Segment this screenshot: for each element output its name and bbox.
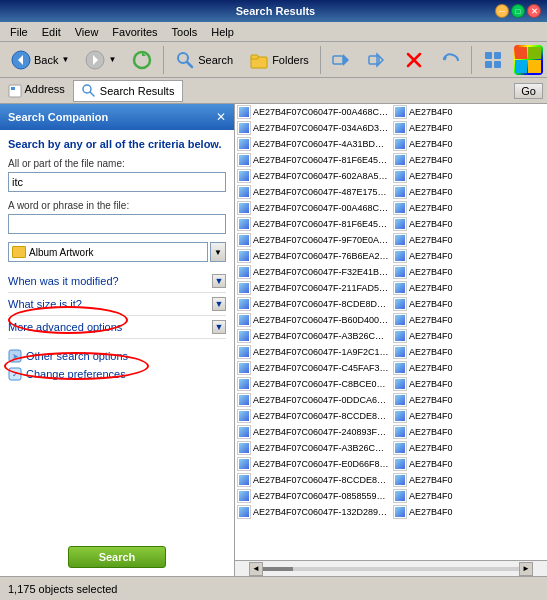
list-item[interactable]: AE27B4F0 [391, 248, 547, 264]
copy-button[interactable] [361, 45, 395, 75]
search-panel-title: Search Companion [8, 111, 108, 123]
search-description: Search by any or all of the criteria bel… [8, 138, 226, 150]
list-item[interactable]: AE27B4F07C06047F-085855986FD22560.itc [235, 488, 391, 504]
scroll-right-button[interactable]: ► [519, 562, 533, 576]
list-item[interactable]: AE27B4F07C06047F-8CDE8D23E80F30.itc [235, 296, 391, 312]
menu-edit[interactable]: Edit [36, 24, 67, 40]
menu-favorites[interactable]: Favorites [106, 24, 163, 40]
list-item[interactable]: AE27B4F07C06047F-1A9F2C1D6CAE9640.itc [235, 344, 391, 360]
list-item[interactable]: AE27B4F0 [391, 360, 547, 376]
toolbar-separator-1 [163, 46, 164, 74]
menu-tools[interactable]: Tools [166, 24, 204, 40]
option-when-modified[interactable]: When was it modified? ▼ [8, 270, 226, 293]
list-item[interactable]: AE27B4F07C06047F-C45FAF315031AB40.itc [235, 360, 391, 376]
window-title: Search Results [56, 5, 495, 17]
list-item[interactable]: AE27B4F07C06047F-81F6E4564B707510.itc [235, 216, 391, 232]
list-item[interactable]: AE27B4F07C06047F-211FAD50F69FF830.itc [235, 280, 391, 296]
option-advanced[interactable]: More advanced options ▼ [8, 316, 226, 339]
forward-button[interactable]: ▼ [78, 45, 123, 75]
scrollbar-horizontal[interactable]: ◄ ► [235, 560, 547, 576]
list-item[interactable]: AE27B4F07C06047F-240893F2DFC21350.itc [235, 424, 391, 440]
list-item[interactable]: AE27B4F0 [391, 296, 547, 312]
list-item[interactable]: AE27B4F0 [391, 152, 547, 168]
folder-select-dropdown[interactable]: ▼ [210, 242, 226, 262]
option-what-size[interactable]: What size is it? ▼ [8, 293, 226, 316]
list-item[interactable]: AE27B4F07C06047F-8CCDE8D23E80C160.itc [235, 472, 391, 488]
list-item[interactable]: AE27B4F0 [391, 312, 547, 328]
scrollbar-thumb[interactable] [263, 567, 293, 571]
list-item[interactable]: AE27B4F0 [391, 504, 547, 520]
close-panel-button[interactable]: ✕ [216, 110, 226, 124]
delete-button[interactable] [397, 45, 431, 75]
list-item[interactable]: AE27B4F07C06047F-00A468C3C39B7110.itc [235, 200, 391, 216]
svg-rect-21 [9, 85, 21, 97]
list-item[interactable]: AE27B4F0 [391, 456, 547, 472]
change-preferences-link[interactable]: ✓ Change preferences [8, 365, 226, 383]
filename-input[interactable] [8, 172, 226, 192]
search-button[interactable]: Search [168, 45, 240, 75]
go-button[interactable]: Go [514, 83, 543, 99]
menu-view[interactable]: View [69, 24, 105, 40]
list-item[interactable]: AE27B4F07C06047F-034A6D31155B4100.itc [235, 120, 391, 136]
menu-help[interactable]: Help [205, 24, 240, 40]
list-item[interactable]: AE27B4F0 [391, 328, 547, 344]
list-item[interactable]: AE27B4F0 [391, 168, 547, 184]
list-item[interactable]: AE27B4F07C06047F-76B6EA2110866C10.itc [235, 248, 391, 264]
list-item[interactable]: AE27B4F0 [391, 120, 547, 136]
list-item[interactable]: AE27B4F07C06047F-E0D66F8E2D47C450.itc [235, 456, 391, 472]
list-item[interactable]: AE27B4F0 [391, 440, 547, 456]
folder-select[interactable]: Album Artwork [8, 242, 208, 262]
list-item[interactable]: AE27B4F07C06047F-F32E41B5F046A730.itc [235, 264, 391, 280]
list-item[interactable]: AE27B4F07C06047F-9F70E0AE5BC7D810.itc [235, 232, 391, 248]
file-list-scroll[interactable]: AE27B4F07C06047F-00A468C3C39B7100.itcAE2… [235, 104, 547, 560]
search-action-button[interactable]: Search [68, 546, 167, 568]
list-item[interactable]: AE27B4F07C06047F-602A8A5D38CCA600.itc [235, 168, 391, 184]
list-item[interactable]: AE27B4F0 [391, 392, 547, 408]
folders-button[interactable]: Folders [242, 45, 316, 75]
list-item[interactable]: AE27B4F07C06047F-8CCDE8D23E80C250.itc [235, 408, 391, 424]
list-item[interactable]: AE27B4F07C06047F-A3B26C3106CA5350.itc [235, 440, 391, 456]
address-tab[interactable]: Search Results [73, 80, 184, 102]
list-item[interactable]: AE27B4F0 [391, 424, 547, 440]
list-item[interactable]: AE27B4F0 [391, 472, 547, 488]
list-item[interactable]: AE27B4F07C06047F-81F6E4564B707510.itc [235, 152, 391, 168]
svg-marker-11 [343, 54, 349, 66]
scroll-left-button[interactable]: ◄ [249, 562, 263, 576]
list-item[interactable]: AE27B4F0 [391, 376, 547, 392]
list-item[interactable]: AE27B4F07C06047F-B60D40080F1D2240.itc [235, 312, 391, 328]
list-item[interactable]: AE27B4F07C06047F-00A468C3C39B7100.itc [235, 104, 391, 120]
other-search-options-link[interactable]: ➤ Other search options [8, 347, 226, 365]
list-item[interactable]: AE27B4F0 [391, 216, 547, 232]
list-item[interactable]: AE27B4F07C06047F-0DDCA65A3D594050.itc [235, 392, 391, 408]
minimize-button[interactable]: ─ [495, 4, 509, 18]
maximize-button[interactable]: □ [511, 4, 525, 18]
list-item[interactable]: AE27B4F0 [391, 232, 547, 248]
list-item[interactable]: AE27B4F0 [391, 488, 547, 504]
back-label: Back [34, 54, 58, 66]
list-item[interactable]: AE27B4F07C06047F-4A31BD4E492FD100.itc [235, 136, 391, 152]
list-item[interactable]: AE27B4F0 [391, 264, 547, 280]
list-item[interactable]: AE27B4F07C06047F-A3B26C3106CA5340.itc [235, 328, 391, 344]
undo-button[interactable] [433, 45, 467, 75]
scrollbar-track[interactable] [263, 567, 519, 571]
list-item[interactable]: AE27B4F07C06047F-C8BCE0FAF39EAF40.itc [235, 376, 391, 392]
menu-file[interactable]: File [4, 24, 34, 40]
list-item[interactable]: AE27B4F07C06047F-487E175EE75B2C00.itc [235, 184, 391, 200]
move-button[interactable] [325, 45, 359, 75]
list-item[interactable]: AE27B4F0 [391, 280, 547, 296]
list-item[interactable]: AE27B4F0 [391, 344, 547, 360]
list-item[interactable]: AE27B4F07C06047F-132D2899D3939560.itc [235, 504, 391, 520]
list-item[interactable]: AE27B4F0 [391, 104, 547, 120]
close-button[interactable]: ✕ [527, 4, 541, 18]
phrase-input[interactable] [8, 214, 226, 234]
view-button[interactable] [476, 45, 510, 75]
back-button[interactable]: Back ▼ [4, 45, 76, 75]
list-item[interactable]: AE27B4F0 [391, 200, 547, 216]
winxp-logo [514, 45, 543, 75]
list-item[interactable]: AE27B4F0 [391, 184, 547, 200]
expand-icon-1: ▼ [212, 297, 226, 311]
list-item[interactable]: AE27B4F0 [391, 136, 547, 152]
search-icon [175, 50, 195, 70]
list-item[interactable]: AE27B4F0 [391, 408, 547, 424]
refresh-button[interactable] [125, 45, 159, 75]
